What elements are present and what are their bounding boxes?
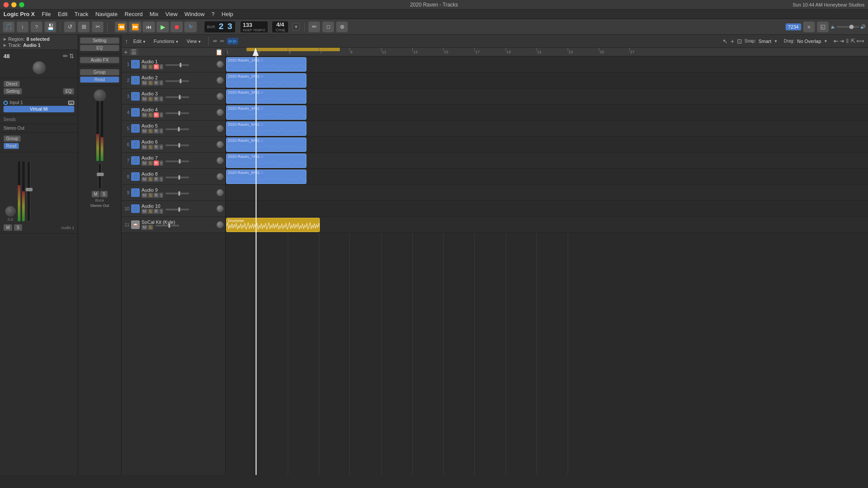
solo-btn-bottom[interactable]: S	[14, 224, 22, 231]
fader-mini-4[interactable]	[165, 112, 189, 114]
track-lane-6[interactable]: 2020 Raven_6#01 ○	[226, 137, 868, 153]
read-button-left[interactable]: Read	[3, 143, 19, 149]
mute-btn-right[interactable]: M	[92, 191, 99, 197]
menu-mix[interactable]: Mix	[150, 11, 158, 17]
input-3[interactable]: I	[159, 96, 163, 102]
clip-2-1[interactable]: 2020 Raven_2#01 ○	[226, 73, 306, 88]
toolbar-icon-logic[interactable]: 🎵	[3, 21, 15, 33]
menu-window[interactable]: Window	[184, 11, 204, 17]
clip-3-1[interactable]: 2020 Raven_3#01 ○	[226, 89, 306, 104]
clip-7-1[interactable]: 2020 Raven_7#01 ○	[226, 154, 306, 168]
track-lane-7[interactable]: 2020 Raven_7#01 ○	[226, 153, 868, 169]
volume-slider-thumb[interactable]	[849, 25, 854, 29]
menu-app[interactable]: Logic Pro X	[3, 11, 35, 17]
input-9[interactable]: I	[159, 193, 163, 198]
track-selector[interactable]: ▶ Track: Audio 1	[3, 43, 74, 48]
eq-button-right[interactable]: EQ	[80, 45, 119, 51]
mute-3[interactable]: M	[141, 96, 148, 102]
toolbar-browser-btn[interactable]: ◱	[817, 21, 829, 33]
fit-loop-btn[interactable]: ⇱	[851, 38, 855, 44]
loop-region[interactable]	[247, 48, 340, 51]
fader-thumb-11[interactable]	[168, 223, 170, 228]
record-5[interactable]: R	[154, 128, 159, 134]
mute-8[interactable]: M	[141, 177, 148, 182]
fader-mini-9[interactable]	[165, 193, 189, 194]
solo-btn-right[interactable]: S	[100, 191, 108, 197]
group-button-left[interactable]: Group	[3, 135, 21, 142]
track-lane-8[interactable]: 2020 Raven_8#01 ○	[226, 169, 868, 185]
close-button[interactable]	[3, 2, 9, 7]
vol-knob-2[interactable]	[217, 77, 224, 84]
record-1[interactable]: R	[154, 64, 159, 69]
menu-edit[interactable]: Edit	[58, 11, 67, 17]
pencil-icon[interactable]: ✏	[63, 52, 68, 59]
maximize-button[interactable]	[19, 2, 24, 7]
record-3[interactable]: R	[154, 96, 159, 102]
scissors-tool[interactable]: ✂	[220, 38, 224, 44]
view-menu-btn[interactable]: View	[184, 38, 204, 45]
track-lane-11[interactable]: Drummer	[226, 217, 868, 233]
zoom-in-btn[interactable]: ⇤	[834, 38, 838, 44]
toolbar-edit-pencil[interactable]: ✏	[308, 21, 320, 33]
fit-tool[interactable]: ⊡	[737, 38, 742, 45]
fader-thumb-2[interactable]	[180, 79, 181, 83]
zoom-tool[interactable]: +	[730, 38, 734, 45]
clip-1-1[interactable]: 2020 Raven_1#01 ○	[226, 57, 306, 72]
toolbar-info-btn[interactable]: i	[16, 21, 29, 33]
toolbar-undo-btn[interactable]: ↺	[64, 21, 76, 33]
mute-7[interactable]: M	[141, 160, 148, 166]
mute-10[interactable]: M	[141, 209, 148, 214]
record-4[interactable]: R	[154, 112, 159, 118]
record-10[interactable]: R	[154, 209, 159, 214]
track-lane-4[interactable]: 2020 Raven_4#01 ○	[226, 105, 868, 121]
toolbar-settings-btn[interactable]: ⊞	[78, 21, 90, 33]
input-7[interactable]: I	[159, 160, 163, 166]
snap-value[interactable]: Smart	[759, 39, 771, 44]
mute-1[interactable]: M	[141, 64, 148, 69]
solo-9[interactable]: S	[148, 193, 153, 198]
solo-8[interactable]: S	[148, 177, 153, 182]
track-lane-9[interactable]	[226, 185, 868, 201]
fader-mini-1[interactable]	[165, 64, 189, 66]
smart-help-badge[interactable]: ?234	[786, 23, 801, 30]
link-button[interactable]: ∞	[68, 101, 74, 105]
fader-handle[interactable]	[26, 188, 33, 191]
fader-mini-7[interactable]	[165, 160, 189, 162]
cycle-button[interactable]: ↻	[184, 21, 197, 33]
expand-btn[interactable]: ⟺	[856, 38, 865, 44]
add-track-btn[interactable]: +	[124, 49, 128, 56]
mute-2[interactable]: M	[141, 80, 148, 85]
drag-expand[interactable]: ▼	[824, 39, 828, 43]
eq-button-left[interactable]: EQ	[63, 88, 74, 95]
group-button-right[interactable]: Group	[80, 69, 119, 75]
toolbar-glue-btn[interactable]: ⊕	[336, 21, 348, 33]
fit-tracks-btn[interactable]: ⇳	[845, 38, 850, 44]
fader-thumb-3[interactable]	[179, 95, 181, 99]
fast-forward-button[interactable]: ⏩	[128, 21, 141, 33]
mute-5[interactable]: M	[141, 128, 148, 134]
play-button[interactable]: ▶	[156, 21, 169, 33]
track-lane-10[interactable]	[226, 201, 868, 217]
track-lane-2[interactable]: 2020 Raven_2#01 ○	[226, 72, 868, 88]
snap-expand[interactable]: ▼	[774, 39, 778, 43]
input-5[interactable]: I	[159, 128, 163, 134]
drag-value[interactable]: No Overlap	[797, 39, 821, 44]
input-4[interactable]: I	[159, 112, 163, 118]
solo-7[interactable]: S	[148, 160, 153, 166]
vol-knob-5[interactable]	[217, 125, 224, 132]
solo-4[interactable]: S	[148, 112, 153, 118]
go-to-start-button[interactable]: ⏮	[142, 21, 155, 33]
fader2[interactable]	[98, 163, 102, 189]
clip-8-1[interactable]: 2020 Raven_8#01 ○	[226, 170, 306, 184]
pointer-tool[interactable]: ↖	[723, 38, 728, 45]
up-down-icon[interactable]: ⇅	[69, 52, 74, 59]
zoom-out-btn[interactable]: ⇥	[839, 38, 844, 44]
fader-thumb-10[interactable]	[178, 207, 180, 212]
vol-knob-1[interactable]	[217, 61, 224, 68]
mute-6[interactable]: M	[141, 144, 148, 150]
fader-mini-2[interactable]	[165, 80, 189, 82]
track-header-expand[interactable]: 📋	[215, 49, 223, 56]
channel-2-knob[interactable]	[94, 89, 106, 102]
fader-mini-11[interactable]	[155, 225, 179, 226]
read-button-right[interactable]: Read	[80, 76, 119, 83]
